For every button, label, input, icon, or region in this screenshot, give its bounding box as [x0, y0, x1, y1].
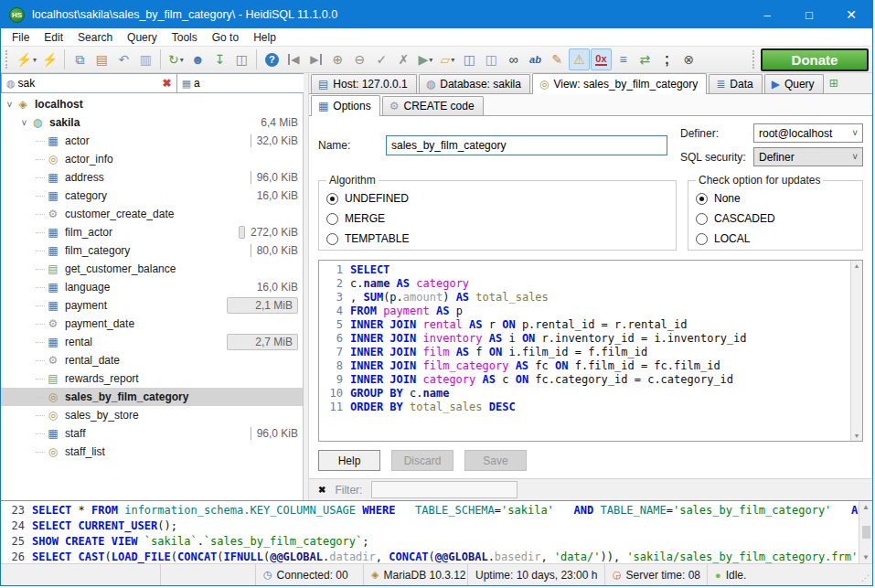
radio-button[interactable] [696, 193, 708, 205]
tree-item-actor_info[interactable]: ◎actor_info [1, 150, 303, 168]
save-sql-as-button[interactable]: ◫ [481, 48, 502, 70]
maximize-button[interactable]: □ [788, 1, 830, 28]
tab-host[interactable]: ▤Host: 127.0.0.1 [311, 74, 417, 93]
export-database-button[interactable]: ↧ [209, 48, 230, 70]
tree-item-localhost[interactable]: ˅◈localhost [1, 95, 303, 113]
tab-create-code[interactable]: ⚙CREATE code [382, 96, 484, 115]
database-filter-input[interactable] [18, 77, 160, 90]
filter-input[interactable] [371, 481, 518, 498]
expander-chevron-icon[interactable]: ˅ [18, 118, 30, 128]
menu-item-search[interactable]: Search [70, 28, 120, 46]
undo-button[interactable]: ↶ [113, 48, 134, 70]
tab-data[interactable]: ≣Data [709, 74, 762, 93]
menu-item-go-to[interactable]: Go to [205, 28, 246, 46]
last-row-button[interactable]: ▶ [305, 48, 326, 70]
filter-close-icon[interactable]: ✖ [318, 485, 325, 495]
log-scrollbar[interactable]: ▲ ▼ [859, 501, 872, 563]
menu-item-help[interactable]: Help [246, 28, 283, 46]
copy-button[interactable]: ⧉ [69, 48, 91, 70]
save-snippet-button[interactable]: ◫ [231, 48, 252, 70]
scrollbar-thumb[interactable] [862, 526, 870, 539]
paste-button[interactable]: ▤ [91, 48, 112, 70]
cancel-editing-button[interactable]: ✗ [393, 48, 414, 70]
reconnect-button[interactable]: ⇄ [635, 48, 656, 70]
donate-button[interactable]: Donate [761, 48, 869, 71]
load-sql-file-button[interactable]: ▱▾ [437, 48, 458, 70]
replace-text-button[interactable]: ab [525, 48, 546, 70]
sql-security-dropdown[interactable]: Definer ˅ [753, 147, 863, 166]
scroll-up-icon[interactable]: ▲ [854, 262, 860, 269]
find-text-button[interactable]: ∞ [503, 48, 524, 70]
tree-item-sales_by_store[interactable]: ◎sales_by_store [1, 406, 303, 424]
radio-button[interactable] [326, 193, 338, 205]
tree-item-sakila[interactable]: ˅◍sakila6,4 MiB [1, 113, 303, 132]
delete-row-button[interactable]: ⊖ [349, 48, 370, 70]
scroll-down-icon[interactable]: ▼ [862, 553, 870, 561]
session-manager-button[interactable]: ⚡▾ [15, 48, 38, 70]
tree-item-address[interactable]: ▦address96,0 KiB [1, 168, 303, 187]
expander-chevron-icon[interactable]: ˅ [4, 100, 16, 110]
tab-query[interactable]: ▶Query [764, 74, 824, 93]
reformat-sql-button[interactable]: ✎ [547, 48, 568, 70]
print-button[interactable]: ▥ [135, 48, 156, 70]
stop-button[interactable]: ⊗ [678, 48, 699, 70]
tree-item-rental[interactable]: ▦rental2,7 MiB [1, 333, 303, 351]
check-option-option-none[interactable]: None [696, 188, 855, 208]
menu-item-query[interactable]: Query [120, 28, 165, 46]
menu-item-edit[interactable]: Edit [37, 28, 70, 46]
tree-item-staff[interactable]: ▦staff96,0 KiB [1, 424, 303, 443]
insert-row-button[interactable]: ⊕ [327, 48, 348, 70]
tree-item-actor[interactable]: ▦actor32,0 KiB [1, 132, 303, 150]
run-routines-button[interactable]: ≡ [613, 48, 634, 70]
editor-scrollbar[interactable]: ▲ ▼ [850, 261, 862, 441]
database-filter-clear-icon[interactable]: ✖ [160, 77, 175, 90]
tree-item-staff_list[interactable]: ◎staff_list [1, 443, 303, 461]
save-button[interactable]: Save [464, 450, 527, 471]
user-manager-button[interactable]: ☻ [187, 48, 208, 70]
discard-button[interactable]: Discard [391, 450, 454, 471]
minimize-button[interactable]: – [746, 1, 788, 28]
save-sql-button[interactable]: ◫ [459, 48, 480, 70]
resize-grip[interactable]: ⋰ [859, 564, 872, 585]
tree-item-film_category[interactable]: ▦film_category80,0 KiB [1, 241, 303, 260]
radio-button[interactable] [696, 213, 708, 225]
algorithm-option-undefined[interactable]: UNDEFINED [326, 188, 668, 208]
check-option-option-local[interactable]: LOCAL [696, 229, 855, 249]
donate-grip[interactable] [752, 50, 757, 69]
scroll-up-icon[interactable]: ▲ [862, 503, 870, 511]
menu-item-file[interactable]: File [5, 28, 37, 46]
toolbar-grip[interactable] [5, 50, 10, 69]
new-query-tab-button[interactable]: ⊞ [826, 77, 844, 93]
tree-item-rental_date[interactable]: ⚙rental_date [1, 351, 303, 369]
tab-options[interactable]: ▦Options [311, 95, 380, 116]
tree-item-rewards_report[interactable]: ▤rewards_report [1, 369, 303, 388]
radio-button[interactable] [326, 213, 338, 225]
tree-item-category[interactable]: ▦category16,0 KiB [1, 187, 303, 205]
radio-button[interactable] [326, 233, 338, 245]
tab-view[interactable]: ◎View: sales_by_film_category [532, 73, 707, 94]
tree-item-sales_by_film_category[interactable]: ◎sales_by_film_category [1, 388, 303, 406]
execute-query-button[interactable]: ▶▾ [415, 48, 436, 70]
view-body-editor[interactable]: 1SELECT2c.name AS category3, SUM(p.amoun… [318, 260, 863, 442]
tree-item-customer_create_date[interactable]: ⚙customer_create_date [1, 205, 303, 223]
tree-item-film_actor[interactable]: ▦film_actor272,0 KiB [1, 223, 303, 241]
check-option-option-cascaded[interactable]: CASCADED [696, 208, 855, 229]
view-name-input[interactable] [386, 135, 667, 155]
close-button[interactable]: ✕ [830, 1, 872, 28]
help-button[interactable]: ? [261, 48, 283, 70]
tab-database[interactable]: ◍Database: sakila [419, 74, 530, 93]
definer-combobox[interactable]: root@localhost ˅ [753, 123, 863, 143]
tree-item-payment_date[interactable]: ⚙payment_date [1, 315, 303, 333]
post-changes-button[interactable]: ✓ [371, 48, 392, 70]
first-row-button[interactable]: ◀ [283, 48, 304, 70]
menu-item-tools[interactable]: Tools [165, 28, 205, 46]
refresh-button[interactable]: ↻▾ [165, 48, 187, 70]
help-action-button[interactable]: Help [318, 450, 380, 471]
delimiter-button[interactable]: ; [656, 48, 678, 70]
algorithm-option-merge[interactable]: MERGE [326, 208, 668, 229]
tree-item-get_customer_balance[interactable]: ▤get_customer_balance [1, 260, 303, 278]
highlight-errors-button[interactable]: ⚠ [569, 48, 590, 70]
scroll-down-icon[interactable]: ▼ [854, 433, 860, 439]
radio-button[interactable] [696, 233, 708, 245]
blob-as-hex-button[interactable]: 0x [591, 48, 612, 70]
